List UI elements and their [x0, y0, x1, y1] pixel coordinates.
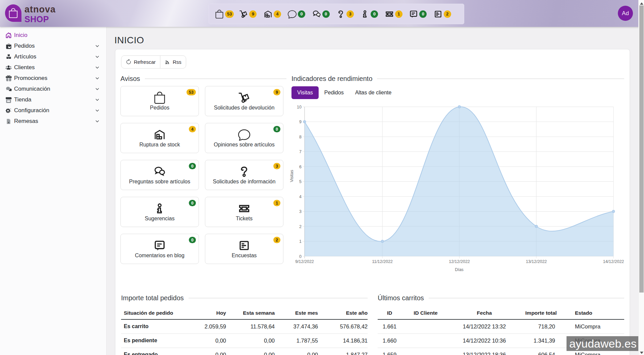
svg-text:10: 10: [297, 105, 302, 109]
svg-text:5: 5: [299, 179, 302, 184]
svg-text:14/12/2022: 14/12/2022: [603, 259, 624, 264]
svg-text:Días: Días: [455, 267, 464, 272]
svg-text:4: 4: [299, 194, 302, 199]
svg-text:13/12/2022: 13/12/2022: [526, 259, 547, 264]
svg-text:2: 2: [299, 224, 302, 229]
svg-text:9/12/2022: 9/12/2022: [295, 259, 314, 264]
svg-text:11/12/2022: 11/12/2022: [372, 259, 393, 264]
svg-text:12/12/2022: 12/12/2022: [449, 259, 470, 264]
svg-text:6: 6: [299, 165, 302, 169]
svg-text:7: 7: [299, 149, 302, 154]
svg-text:9: 9: [299, 120, 302, 124]
svg-text:8: 8: [299, 135, 302, 139]
svg-text:0: 0: [299, 254, 302, 259]
svg-text:3: 3: [299, 209, 302, 214]
svg-text:1: 1: [299, 239, 302, 244]
